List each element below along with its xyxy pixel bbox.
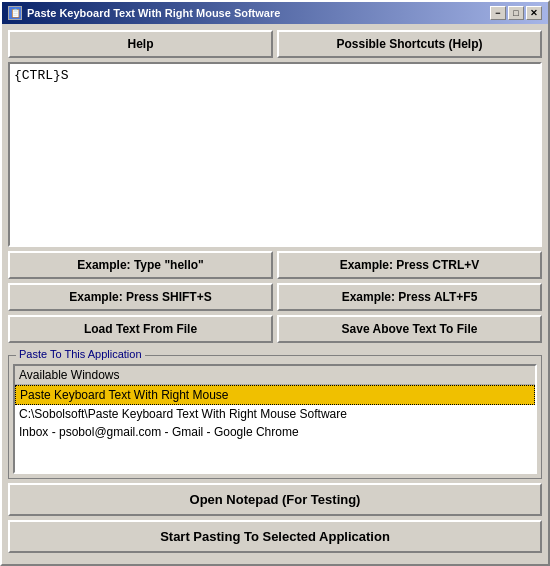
paste-group: Paste To This Application Available Wind… bbox=[8, 355, 542, 479]
list-item[interactable]: Inbox - psobol@gmail.com - Gmail - Googl… bbox=[15, 423, 535, 441]
group-box-border: Available Windows Paste Keyboard Text Wi… bbox=[8, 355, 542, 479]
example-shifts-button[interactable]: Example: Press SHIFT+S bbox=[8, 283, 273, 311]
title-buttons: − □ ✕ bbox=[490, 6, 542, 20]
open-notepad-button[interactable]: Open Notepad (For Testing) bbox=[8, 483, 542, 516]
content-area: Help Possible Shortcuts (Help) {CTRL}S E… bbox=[2, 24, 548, 564]
load-text-button[interactable]: Load Text From File bbox=[8, 315, 273, 343]
top-button-row: Help Possible Shortcuts (Help) bbox=[8, 30, 542, 58]
title-bar-left: 📋 Paste Keyboard Text With Right Mouse S… bbox=[8, 6, 280, 20]
start-pasting-button[interactable]: Start Pasting To Selected Application bbox=[8, 520, 542, 553]
app-icon: 📋 bbox=[8, 6, 22, 20]
window-title: Paste Keyboard Text With Right Mouse Sof… bbox=[27, 7, 280, 19]
maximize-button[interactable]: □ bbox=[508, 6, 524, 20]
list-item[interactable]: C:\Sobolsoft\Paste Keyboard Text With Ri… bbox=[15, 405, 535, 423]
example-row-2: Example: Press SHIFT+S Example: Press AL… bbox=[8, 283, 542, 311]
windows-list[interactable]: Available Windows Paste Keyboard Text Wi… bbox=[13, 364, 537, 474]
save-text-button[interactable]: Save Above Text To File bbox=[277, 315, 542, 343]
file-button-row: Load Text From File Save Above Text To F… bbox=[8, 315, 542, 343]
group-label: Paste To This Application bbox=[16, 348, 145, 360]
text-input[interactable]: {CTRL}S bbox=[8, 62, 542, 247]
title-bar: 📋 Paste Keyboard Text With Right Mouse S… bbox=[2, 2, 548, 24]
example-hello-button[interactable]: Example: Type "hello" bbox=[8, 251, 273, 279]
main-window: 📋 Paste Keyboard Text With Right Mouse S… bbox=[0, 0, 550, 566]
help-button[interactable]: Help bbox=[8, 30, 273, 58]
example-row-1: Example: Type "hello" Example: Press CTR… bbox=[8, 251, 542, 279]
possible-shortcuts-button[interactable]: Possible Shortcuts (Help) bbox=[277, 30, 542, 58]
list-item[interactable]: Paste Keyboard Text With Right Mouse bbox=[15, 385, 535, 405]
example-altf5-button[interactable]: Example: Press ALT+F5 bbox=[277, 283, 542, 311]
example-ctrlv-button[interactable]: Example: Press CTRL+V bbox=[277, 251, 542, 279]
minimize-button[interactable]: − bbox=[490, 6, 506, 20]
close-button[interactable]: ✕ bbox=[526, 6, 542, 20]
list-header: Available Windows bbox=[15, 366, 535, 385]
